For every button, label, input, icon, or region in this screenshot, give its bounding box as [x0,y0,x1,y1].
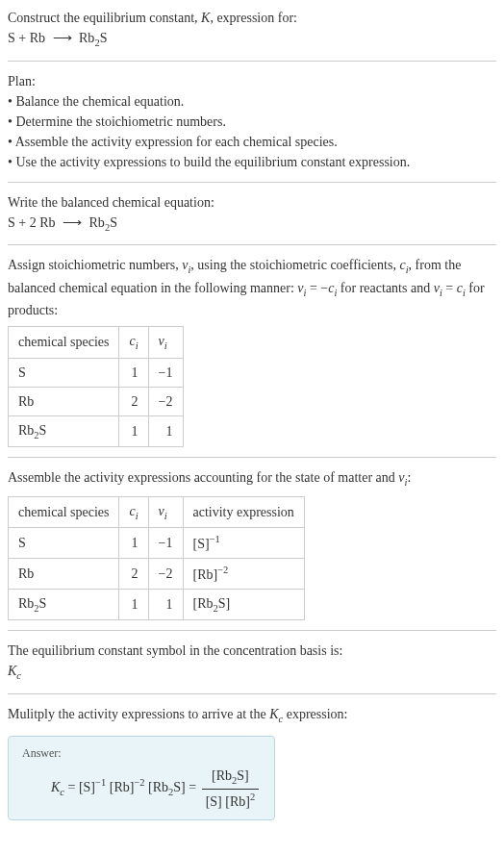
intro: Construct the equilibrium constant, K, e… [8,8,496,51]
answer-equation: Kc = [S]−1 [Rb]−2 [Rb2S] = [Rb2S][S] [Rb… [51,766,261,811]
divider [8,457,496,458]
answer-t3-open: [Rb [145,780,169,794]
balanced-equation: Write the balanced chemical equation: S … [8,192,496,236]
answer-t1-sup: −1 [95,778,106,789]
table-row: Rb 2 −2 [9,387,184,415]
activity-table: chemical species ci νi activity expressi… [8,496,305,620]
plan-bullet-3: • Assemble the activity expression for e… [8,132,496,152]
intro-eq-rhs1: Rb [79,31,94,45]
cell-species-1: Rb [18,423,34,438]
basis-c: c [16,670,21,681]
col-species: chemical species [9,496,119,528]
plan-bullet-4: • Use the activity expressions to build … [8,152,496,172]
col-species: chemical species [9,327,119,359]
cell-species-2: S [39,423,47,438]
table-row: S 1 −1 [S]−1 [9,528,305,559]
cell-species: S [9,528,119,559]
intro-text-1: Construct the equilibrium constant, [8,11,201,25]
plan-title: Plan: [8,71,496,91]
expr-base: [Rb] [193,567,218,582]
answer-t2: [Rb] [106,780,134,794]
answer-eq: = [64,780,79,794]
stoich-p1: Assign stoichiometric numbers, [8,258,182,272]
table-row: Rb2S 1 1 [9,415,184,447]
stoich-table: chemical species ci νi S 1 −1 Rb 2 −2 Rb… [8,326,184,447]
expr-sup: −2 [217,565,228,575]
intro-K: K [201,11,210,25]
cell-species: Rb2S [9,589,119,620]
multiply-text: Mulitply the activity expressions to arr… [8,704,496,727]
frac-den-sup: 2 [250,792,255,802]
table-header-row: chemical species ci νi activity expressi… [9,496,305,528]
frac-numerator: [Rb2S] [202,766,260,790]
cell-nu: 1 [148,589,183,620]
divider [8,693,496,694]
col-nui: νi [148,327,183,359]
table-row: Rb2S 1 1 [Rb2S] [9,589,305,620]
cell-nu: −2 [148,559,183,590]
balanced-title: Write the balanced chemical equation: [8,192,496,213]
activity-p1: Assemble the activity expressions accoun… [8,470,398,485]
cell-species-2: S [39,596,47,611]
col-ci: ci [119,496,148,528]
cell-c: 2 [119,559,148,590]
frac-num-close: S] [237,768,248,783]
expr-base: [S] [193,537,210,551]
answer-t2-sup: −2 [134,778,144,789]
basis-K: K [8,664,16,678]
stoich-p2: , using the stoichiometric coefficients, [190,258,399,272]
plan-bullet-1: • Balance the chemical equation. [8,91,496,112]
cell-nu: −2 [148,387,183,415]
table-row: Rb 2 −2 [Rb]−2 [9,559,305,590]
activity-text: Assemble the activity expressions accoun… [8,467,496,490]
answer-box: Answer: Kc = [S]−1 [Rb]−2 [Rb2S] = [Rb2S… [8,736,275,819]
table-row: S 1 −1 [9,358,184,387]
cell-species: Rb [9,559,119,590]
plan-bullet-2: • Determine the stoichiometric numbers. [8,112,496,132]
expr-sup: −1 [210,534,220,544]
answer-t1: [S] [79,780,95,794]
table-header-row: chemical species ci νi [9,327,184,359]
basis-line: The equilibrium constant symbol in the c… [8,641,496,661]
cell-species: S [9,358,119,387]
cell-species-1: Rb [18,596,34,611]
cell-nu: 1 [148,415,183,447]
col-ci-i: i [136,511,139,521]
col-activity: activity expression [183,496,304,528]
col-ci: ci [119,327,148,359]
multiply-p1: Mulitply the activity expressions to arr… [8,707,269,721]
answer-fraction: [Rb2S][S] [Rb]2 [202,766,260,811]
col-nui-i: i [164,340,167,351]
multiply-p2: expression: [283,707,347,721]
intro-text-2: , expression for: [210,11,297,25]
intro-eq-rhs2: S [100,31,108,45]
cell-expr: [Rb]−2 [183,559,304,590]
arrow-icon: ⟶ [63,213,82,233]
divider [8,244,496,245]
stoich-eq-eq2: = [442,281,457,295]
plan: Plan: • Balance the chemical equation. •… [8,71,496,172]
cell-nu: −1 [148,528,183,559]
answer-Kc-K: K [51,780,60,794]
cell-species: Rb2S [9,415,119,447]
answer-label: Answer: [22,744,261,762]
divider [8,182,496,183]
multiply-K: K [269,707,278,721]
stoich-p4: for reactants and [337,281,433,295]
expr-tail: S] [218,596,230,611]
answer-t3-close: S] = [173,780,199,794]
basis-text: The equilibrium constant symbol in the c… [8,641,496,684]
intro-eq-lhs: S + Rb [8,31,45,45]
cell-species: Rb [9,387,119,415]
cell-c: 1 [119,589,148,620]
cell-c: 2 [119,387,148,415]
stoich-text: Assign stoichiometric numbers, νi, using… [8,255,496,320]
stoich-eq-eq: = − [306,281,328,295]
col-ci-i: i [136,340,139,351]
arrow-icon: ⟶ [53,28,72,48]
frac-denominator: [S] [Rb]2 [202,790,260,812]
cell-expr: [S]−1 [183,528,304,559]
activity-p2: : [407,470,411,485]
frac-num-open: [Rb [212,768,232,783]
col-nui-i: i [164,511,167,521]
